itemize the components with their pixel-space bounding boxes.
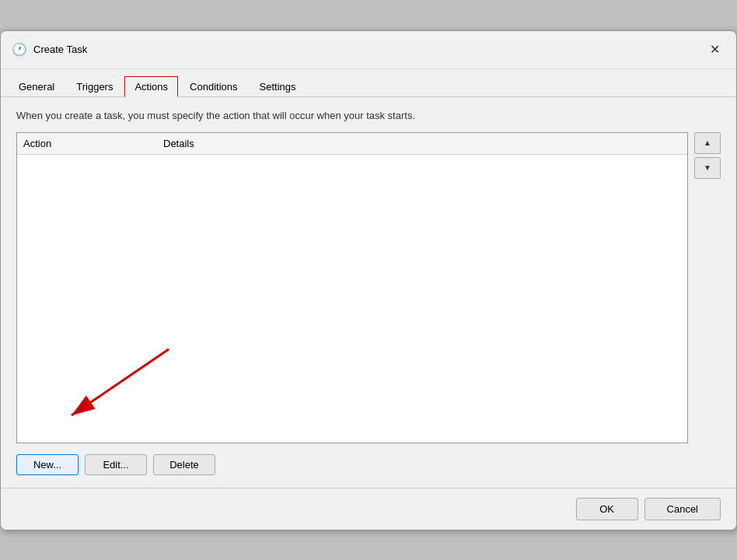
new-action-button[interactable]: New... bbox=[16, 454, 79, 475]
cancel-button[interactable]: Cancel bbox=[644, 498, 721, 520]
tab-general[interactable]: General bbox=[9, 76, 65, 97]
move-down-button[interactable]: ▼ bbox=[694, 157, 721, 179]
col-details-header: Details bbox=[157, 136, 687, 151]
tab-settings[interactable]: Settings bbox=[250, 76, 306, 97]
ok-button[interactable]: OK bbox=[576, 498, 638, 520]
dialog-title: Create Task bbox=[33, 44, 87, 55]
title-bar: 🕐 Create Task ✕ bbox=[1, 31, 736, 69]
dialog-footer: OK Cancel bbox=[1, 488, 736, 530]
table-header: Action Details bbox=[17, 133, 687, 155]
title-bar-left: 🕐 Create Task bbox=[12, 42, 87, 58]
col-action-header: Action bbox=[17, 136, 157, 151]
edit-action-button[interactable]: Edit... bbox=[85, 454, 147, 475]
main-area: Action Details ▲ ▼ bbox=[16, 132, 721, 443]
create-task-dialog: 🕐 Create Task ✕ General Triggers Actions… bbox=[0, 30, 737, 530]
delete-action-button[interactable]: Delete bbox=[153, 454, 215, 475]
tab-triggers[interactable]: Triggers bbox=[66, 76, 123, 97]
tab-content: When you create a task, you must specify… bbox=[1, 97, 736, 488]
task-icon: 🕐 bbox=[12, 42, 27, 58]
move-up-button[interactable]: ▲ bbox=[694, 132, 721, 154]
actions-table: Action Details bbox=[16, 132, 688, 443]
side-buttons: ▲ ▼ bbox=[694, 132, 721, 179]
tab-actions[interactable]: Actions bbox=[124, 76, 178, 97]
actions-description: When you create a task, you must specify… bbox=[16, 110, 721, 121]
table-body bbox=[17, 155, 687, 441]
bottom-buttons: New... Edit... Delete bbox=[16, 454, 721, 475]
close-button[interactable]: ✕ bbox=[704, 39, 725, 61]
tab-bar: General Triggers Actions Conditions Sett… bbox=[1, 69, 736, 97]
tab-conditions[interactable]: Conditions bbox=[180, 76, 247, 97]
